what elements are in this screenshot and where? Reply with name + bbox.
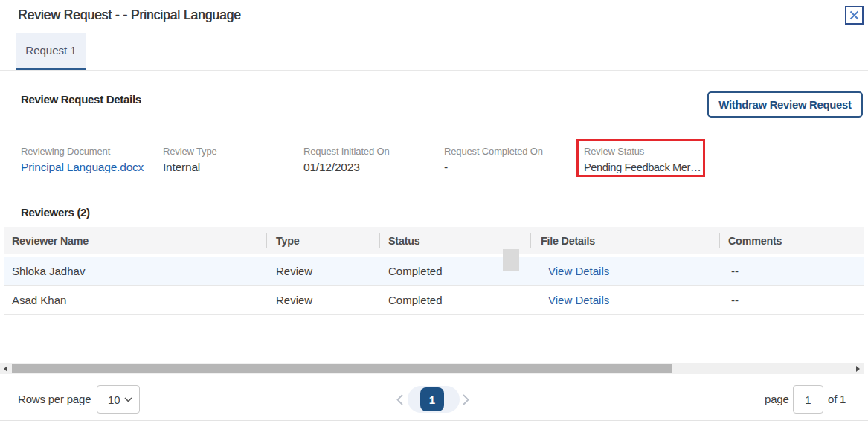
column-header-file-details: File Details	[530, 227, 719, 254]
page-label: page	[765, 393, 789, 405]
column-header-type: Type	[266, 227, 379, 254]
dialog-title: Review Request - - Principal Language	[18, 7, 241, 23]
field-label: Review Type	[163, 146, 217, 158]
field-review-type: Review Type Internal	[163, 146, 217, 175]
field-label: Request Initiated On	[303, 146, 390, 158]
field-request-initiated-on: Request Initiated On 01/12/2023	[303, 146, 390, 175]
horizontal-scrollbar-thumb[interactable]	[12, 364, 672, 373]
type-cell: Review	[266, 265, 379, 277]
table-header-row: Reviewer Name Type Status File Details C…	[4, 227, 864, 254]
field-review-status: Review Status Pending Feedback Mer…	[584, 146, 701, 175]
comments-cell: --	[719, 294, 864, 306]
field-label: Request Completed On	[444, 146, 543, 158]
column-header-comments: Comments	[719, 227, 864, 254]
field-value: -	[444, 160, 543, 175]
next-page-button[interactable]	[456, 390, 475, 409]
reviewers-heading: Reviewers (2)	[21, 206, 90, 219]
status-cell: Completed	[379, 294, 530, 306]
table-row: Shloka Jadhav Review Completed View Deta…	[4, 257, 864, 286]
tab-bar: Request 1	[0, 30, 868, 71]
field-request-completed-on: Request Completed On -	[444, 146, 543, 175]
withdraw-review-request-button[interactable]: Withdraw Review Request	[707, 91, 863, 118]
reviewers-table: Reviewer Name Type Status File Details C…	[4, 227, 864, 315]
vertical-scrollbar-thumb[interactable]	[503, 249, 519, 271]
bottom-divider	[0, 420, 868, 421]
horizontal-scrollbar[interactable]	[0, 363, 864, 374]
of-total-pages-label: of 1	[828, 393, 846, 405]
field-value: 01/12/2023	[303, 160, 390, 175]
view-details-link[interactable]: View Details	[530, 265, 719, 277]
table-row: Asad Khan Review Completed View Details …	[4, 286, 864, 315]
close-icon	[849, 10, 859, 20]
page-number-input[interactable]	[793, 385, 823, 414]
chevron-right-icon	[463, 394, 469, 405]
scroll-right-arrow-icon[interactable]	[852, 363, 864, 374]
current-page-button[interactable]: 1	[420, 387, 444, 411]
tab-request-1[interactable]: Request 1	[16, 33, 86, 68]
chevron-down-icon	[124, 397, 132, 402]
reviewer-name-cell: Shloka Jadhav	[4, 265, 266, 277]
dialog-titlebar: Review Request - - Principal Language	[0, 0, 868, 30]
reviewing-document-link[interactable]: Principal Language.docx	[21, 160, 144, 175]
field-value: Internal	[163, 160, 217, 175]
field-label: Review Status	[584, 146, 701, 158]
field-label: Reviewing Document	[21, 146, 144, 158]
scroll-left-arrow-icon[interactable]	[0, 363, 11, 374]
view-details-link[interactable]: View Details	[530, 294, 719, 306]
rows-per-page-label: Rows per page	[18, 393, 91, 405]
rows-per-page-value: 10	[97, 393, 120, 406]
type-cell: Review	[266, 294, 379, 306]
comments-cell: --	[719, 265, 864, 277]
chevron-left-icon	[396, 394, 403, 405]
reviewer-name-cell: Asad Khan	[4, 294, 266, 306]
review-request-details-heading: Review Request Details	[21, 93, 141, 106]
review-status-value: Pending Feedback Mer…	[584, 160, 701, 175]
rows-per-page-select[interactable]: 10	[97, 385, 140, 414]
close-button[interactable]	[845, 6, 864, 25]
previous-page-button[interactable]	[390, 390, 409, 409]
active-tab-underline	[16, 68, 86, 70]
field-reviewing-document: Reviewing Document Principal Language.do…	[21, 146, 144, 175]
column-header-reviewer-name: Reviewer Name	[4, 227, 266, 254]
